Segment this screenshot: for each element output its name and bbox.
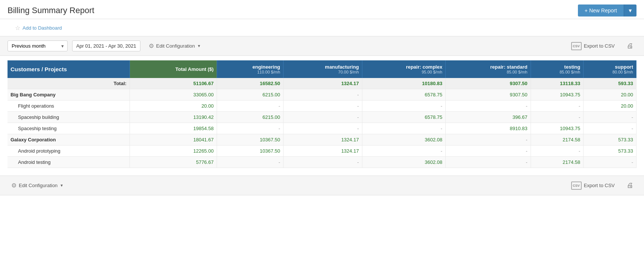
csv-icon: CSV <box>571 182 582 190</box>
report-table-container: Customers / Projects Total Amount ($) en… <box>0 56 644 172</box>
project-cell: - <box>217 100 283 112</box>
project-cell: - <box>445 157 531 168</box>
export-csv-label: Export to CSV <box>584 43 615 49</box>
project-cell: - <box>531 100 584 112</box>
total-row: Total:51106.6716582.501324.1710180.83930… <box>8 78 636 89</box>
project-total: 20.00 <box>130 100 217 112</box>
total-amount: 51106.67 <box>130 78 217 89</box>
toolbar-right: CSV Export to CSV 🖨 <box>568 40 636 52</box>
bottom-print-button[interactable]: 🖨 <box>624 180 636 191</box>
total-cell: 13118.33 <box>531 78 584 89</box>
customer-cell: 573.33 <box>584 134 636 146</box>
project-cell: - <box>217 123 283 134</box>
col-support: support 80.00 $/mh <box>584 60 636 78</box>
table-row: Spaceship testing19854.58---8910.8310943… <box>8 123 636 134</box>
project-cell: - <box>584 112 636 123</box>
project-name: Spaceship building <box>8 112 130 123</box>
col-repair-standard: repair: standard 85.00 $/mh <box>445 60 531 78</box>
edit-config-button[interactable]: ⚙ Edit Configuration ▼ <box>145 40 205 52</box>
add-to-dashboard-link[interactable]: ☆ Add to Dashboard <box>8 21 636 34</box>
table-row: Flight operations20.00-----20.00 <box>8 100 636 112</box>
customer-cell: 6578.75 <box>362 89 445 100</box>
project-cell: 8910.83 <box>445 123 531 134</box>
project-cell: - <box>284 100 362 112</box>
customer-cell: 6215.00 <box>217 89 283 100</box>
bottom-export-csv-label: Export to CSV <box>584 183 615 188</box>
bottom-export-csv-button[interactable]: CSV Export to CSV <box>568 180 618 191</box>
project-name: Android prototyping <box>8 146 130 157</box>
new-report-dropdown-button[interactable]: ▼ <box>624 4 636 16</box>
project-cell: - <box>284 157 362 168</box>
customer-cell: - <box>445 134 531 146</box>
col-total-amount: Total Amount ($) <box>130 60 217 78</box>
customer-cell: 10943.75 <box>531 89 584 100</box>
project-cell: - <box>362 146 445 157</box>
project-cell: - <box>284 112 362 123</box>
project-cell: 573.33 <box>584 146 636 157</box>
project-cell: - <box>445 100 531 112</box>
bottom-toolbar-right: CSV Export to CSV 🖨 <box>568 180 636 191</box>
project-cell: - <box>584 157 636 168</box>
chevron-down-icon: ▼ <box>628 8 633 14</box>
project-total: 13190.42 <box>130 112 217 123</box>
table-row: Galaxy Corporation18041.6710367.501324.1… <box>8 134 636 146</box>
col-engineering: engineering 110.00 $/mh <box>217 60 283 78</box>
project-cell: - <box>531 112 584 123</box>
dashboard-bar: ☆ Add to Dashboard <box>0 19 644 36</box>
print-icon: 🖨 <box>627 42 633 50</box>
col-repair-complex: repair: complex 95.00 $/mh <box>362 60 445 78</box>
customer-cell: 1324.17 <box>284 134 362 146</box>
add-to-dashboard-label: Add to Dashboard <box>23 25 62 31</box>
new-report-label: + New Report <box>585 8 617 14</box>
bottom-edit-config-label: Edit Configuration <box>19 183 57 188</box>
col-testing: testing 85.00 $/mh <box>531 60 584 78</box>
bottom-edit-config-button[interactable]: ⚙ Edit Configuration ▼ <box>8 180 67 191</box>
col-customers: Customers / Projects <box>8 60 130 78</box>
project-cell: 10943.75 <box>531 123 584 134</box>
csv-icon: CSV <box>571 42 582 50</box>
table-row: Big Bang Company33065.006215.00-6578.759… <box>8 89 636 100</box>
edit-config-label: Edit Configuration <box>156 43 195 49</box>
customer-cell: 10367.50 <box>217 134 283 146</box>
top-toolbar: Previous month This month Last 3 months … <box>0 36 644 56</box>
print-button[interactable]: 🖨 <box>624 40 636 51</box>
project-cell: 10367.50 <box>217 146 283 157</box>
customer-name: Galaxy Corporation <box>8 134 130 146</box>
billing-table: Customers / Projects Total Amount ($) en… <box>8 60 636 168</box>
customer-cell: - <box>284 89 362 100</box>
new-report-button[interactable]: + New Report <box>578 4 624 16</box>
total-cell: 16582.50 <box>217 78 283 89</box>
gear-icon: ⚙ <box>149 42 154 50</box>
export-csv-button[interactable]: CSV Export to CSV <box>568 40 618 52</box>
project-total: 5776.67 <box>130 157 217 168</box>
project-cell: 3602.08 <box>362 157 445 168</box>
total-cell: 9307.50 <box>445 78 531 89</box>
project-total: 12265.00 <box>130 146 217 157</box>
star-icon: ☆ <box>15 24 20 32</box>
customer-cell: 3602.08 <box>362 134 445 146</box>
new-report-group: + New Report ▼ <box>578 4 636 16</box>
project-name: Android testing <box>8 157 130 168</box>
project-name: Flight operations <box>8 100 130 112</box>
project-cell: - <box>362 100 445 112</box>
project-name: Spaceship testing <box>8 123 130 134</box>
project-total: 19854.58 <box>130 123 217 134</box>
page-header: Billing Summary Report + New Report ▼ <box>0 0 644 19</box>
customer-cell: 2174.58 <box>531 134 584 146</box>
project-cell: - <box>445 146 531 157</box>
project-cell: 6578.75 <box>362 112 445 123</box>
period-select-wrapper: Previous month This month Last 3 months … <box>8 40 68 51</box>
project-cell: 2174.58 <box>531 157 584 168</box>
customer-total: 33065.00 <box>130 89 217 100</box>
period-select[interactable]: Previous month This month Last 3 months … <box>8 40 68 51</box>
customer-cell: 9307.50 <box>445 89 531 100</box>
col-manufacturing: manufacturing 70.00 $/mh <box>284 60 362 78</box>
customer-name: Big Bang Company <box>8 89 130 100</box>
chevron-down-icon: ▼ <box>197 44 201 48</box>
bottom-toolbar: ⚙ Edit Configuration ▼ CSV Export to CSV… <box>0 176 644 195</box>
project-cell: - <box>284 123 362 134</box>
project-cell: - <box>362 123 445 134</box>
print-icon: 🖨 <box>627 182 633 189</box>
table-row: Spaceship building13190.426215.00-6578.7… <box>8 112 636 123</box>
project-cell: 6215.00 <box>217 112 283 123</box>
